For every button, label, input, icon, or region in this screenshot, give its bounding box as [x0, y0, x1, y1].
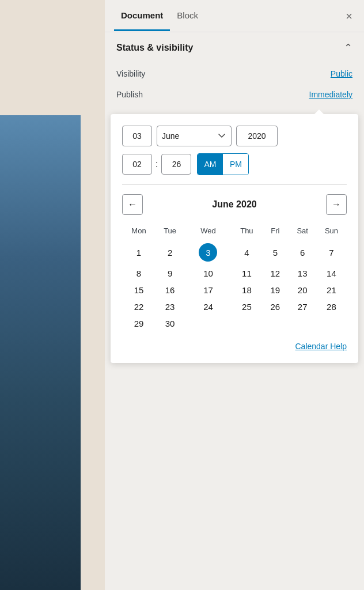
calendar-nav: ← June 2020 →: [122, 194, 347, 215]
sidebar-panel: Document Block × Status & visibility ⌃ V…: [105, 0, 364, 590]
dow-tue: Tue: [156, 224, 184, 240]
hour-input[interactable]: [122, 154, 152, 175]
calendar-popup: January February March April May June Ju…: [111, 114, 358, 363]
visibility-label: Visibility: [116, 69, 145, 78]
calendar-day[interactable]: 1: [122, 240, 156, 265]
calendar-day[interactable]: 16: [156, 282, 184, 298]
calendar-day[interactable]: 18: [232, 282, 261, 298]
publish-label: Publish: [116, 90, 143, 99]
section-title: Status & visibility: [116, 43, 193, 53]
calendar-day[interactable]: 14: [316, 265, 347, 282]
day-input[interactable]: [122, 126, 152, 146]
pm-button[interactable]: PM: [223, 154, 248, 175]
calendar-grid: Mon Tue Wed Thu Fri Sat Sun 123456789101…: [122, 224, 347, 332]
calendar-day[interactable]: 25: [232, 298, 261, 315]
calendar-day[interactable]: 10: [184, 265, 232, 282]
calendar-day[interactable]: 21: [316, 282, 347, 298]
calendar-day[interactable]: 13: [289, 265, 316, 282]
visibility-value[interactable]: Public: [331, 69, 352, 78]
calendar-day[interactable]: 30: [156, 315, 184, 332]
date-inputs: January February March April May June Ju…: [122, 126, 347, 146]
tab-bar: Document Block ×: [105, 0, 364, 32]
calendar-day[interactable]: 23: [156, 298, 184, 315]
tab-block[interactable]: Block: [170, 1, 205, 31]
background-image: [0, 115, 81, 590]
calendar-day: [289, 315, 316, 332]
calendar-day: [184, 315, 232, 332]
year-input[interactable]: [236, 126, 278, 146]
calendar-day[interactable]: 27: [289, 298, 316, 315]
calendar-day[interactable]: 3: [184, 240, 232, 265]
dow-sat: Sat: [289, 224, 316, 240]
dow-mon: Mon: [122, 224, 156, 240]
calendar-day[interactable]: 7: [316, 240, 347, 265]
visibility-row: Visibility Public: [116, 63, 352, 84]
calendar-day: [316, 315, 347, 332]
calendar-month-year: June 2020: [212, 199, 256, 210]
calendar-day[interactable]: 9: [156, 265, 184, 282]
calendar-day[interactable]: 17: [184, 282, 232, 298]
calendar-day[interactable]: 29: [122, 315, 156, 332]
section-header: Status & visibility ⌃: [116, 41, 352, 54]
calendar-day[interactable]: 20: [289, 282, 316, 298]
calendar-day[interactable]: 5: [261, 240, 289, 265]
minute-input[interactable]: [161, 154, 191, 175]
chevron-up-icon[interactable]: ⌃: [344, 41, 352, 54]
dow-fri: Fri: [261, 224, 289, 240]
calendar-day[interactable]: 4: [232, 240, 261, 265]
tab-document[interactable]: Document: [114, 1, 170, 31]
time-colon: :: [156, 159, 158, 169]
calendar-day[interactable]: 26: [261, 298, 289, 315]
calendar-day[interactable]: 2: [156, 240, 184, 265]
calendar-day: [232, 315, 261, 332]
close-button[interactable]: ×: [343, 8, 355, 24]
calendar-day[interactable]: 6: [289, 240, 316, 265]
dow-wed: Wed: [184, 224, 232, 240]
divider: [122, 184, 347, 185]
calendar-footer: Calendar Help: [122, 341, 347, 351]
publish-value[interactable]: Immediately: [309, 90, 352, 99]
calendar-day[interactable]: 28: [316, 298, 347, 315]
prev-month-button[interactable]: ←: [122, 194, 143, 215]
calendar-day[interactable]: 15: [122, 282, 156, 298]
calendar-help-link[interactable]: Calendar Help: [295, 342, 347, 351]
month-select[interactable]: January February March April May June Ju…: [157, 126, 232, 146]
publish-row: Publish Immediately: [116, 84, 352, 105]
calendar-day[interactable]: 19: [261, 282, 289, 298]
calendar-day[interactable]: 11: [232, 265, 261, 282]
calendar-day[interactable]: 24: [184, 298, 232, 315]
dow-thu: Thu: [232, 224, 261, 240]
am-button[interactable]: AM: [198, 154, 223, 175]
calendar-day[interactable]: 12: [261, 265, 289, 282]
ampm-toggle: AM PM: [197, 153, 249, 175]
dow-sun: Sun: [316, 224, 347, 240]
next-month-button[interactable]: →: [326, 194, 347, 215]
time-inputs: : AM PM: [122, 153, 347, 175]
status-visibility-section: Status & visibility ⌃ Visibility Public …: [105, 32, 364, 114]
calendar-day[interactable]: 8: [122, 265, 156, 282]
calendar-day[interactable]: 22: [122, 298, 156, 315]
calendar-day: [261, 315, 289, 332]
